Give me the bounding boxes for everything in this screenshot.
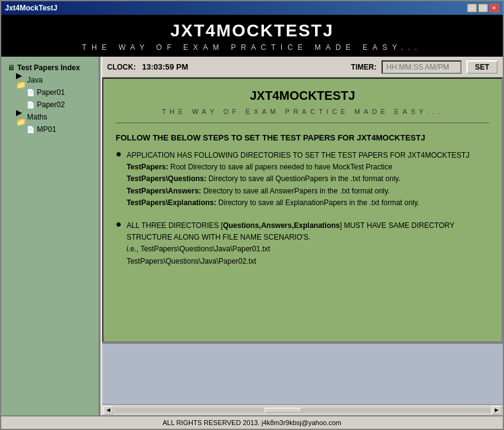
sidebar-item-maths[interactable]: ▶ 📁 Maths xyxy=(14,111,96,123)
sidebar-item-mp01-label: MP01 xyxy=(37,125,56,134)
maximize-button[interactable]: □ xyxy=(478,4,488,12)
java-children: 📄 Paper01 📄 Paper02 xyxy=(14,86,96,111)
sidebar-item-mp01[interactable]: 📄 MP01 xyxy=(23,123,96,136)
content-panel: CLOCK: 13:03:59 PM TIMER: SET JXT4MOCKTE… xyxy=(102,57,503,415)
steps-title: FOLLOW THE BELOW STEPS TO SET THE TEST P… xyxy=(116,133,489,142)
tree-root: 🖥 Test Papers Index ▶ 📁 Java 📄 Paper01 xyxy=(1,59,98,138)
content-divider xyxy=(116,123,489,123)
app-subtitle: THE WAY OF EXAM PRACTICE MADE EASY... xyxy=(1,43,503,52)
sidebar-item-maths-label: Maths xyxy=(27,113,47,121)
content-subtitle: THE WAY OF EXAM PRACTICE MADE EASY... xyxy=(116,108,489,115)
scroll-left-arrow[interactable]: ◀ xyxy=(103,406,113,415)
minimize-button[interactable]: – xyxy=(467,4,477,12)
scroll-right-arrow[interactable]: ▶ xyxy=(492,406,502,415)
folder-icon-java: ▶ 📁 xyxy=(16,75,26,85)
window-title: Jxt4MockTestJ xyxy=(5,4,57,12)
main-area: 🖥 Test Papers Index ▶ 📁 Java 📄 Paper01 xyxy=(1,57,503,415)
root-label: Test Papers Index xyxy=(17,63,80,72)
sidebar-item-paper01-label: Paper01 xyxy=(37,88,65,97)
content-title: JXT4MOCKTESTJ xyxy=(116,89,489,103)
sidebar-item-java[interactable]: ▶ 📁 Java xyxy=(14,74,96,86)
timer-label: TIMER: xyxy=(351,63,376,71)
bullet-dot-2: ● xyxy=(116,219,122,230)
file-icon-paper02: 📄 xyxy=(26,100,36,110)
h-scrollbar: ◀ ▶ xyxy=(102,404,503,415)
content-scroll[interactable]: JXT4MOCKTESTJ THE WAY OF EXAM PRACTICE M… xyxy=(102,78,503,343)
folder-icon-maths: ▶ 📁 xyxy=(16,112,26,122)
app-title: JXT4MOCKTESTJ xyxy=(1,21,503,41)
tree-level-1: ▶ 📁 Java 📄 Paper01 📄 Paper02 xyxy=(4,74,96,136)
bullet-item-2: ● ALL THREE DIRECTORIES [Questions,Answe… xyxy=(116,220,489,267)
set-button[interactable]: SET xyxy=(466,60,498,74)
file-icon-paper01: 📄 xyxy=(26,87,36,97)
app-window: Jxt4MockTestJ – □ ✕ JXT4MOCKTESTJ THE WA… xyxy=(0,0,504,430)
bullet-list: ● APPLICATION HAS FOLLOWING DIRECTORIES … xyxy=(116,150,489,267)
window-controls: – □ ✕ xyxy=(467,4,499,12)
bottom-panel xyxy=(102,343,503,404)
computer-icon: 🖥 xyxy=(6,63,16,73)
bullet-item-1: ● APPLICATION HAS FOLLOWING DIRECTORIES … xyxy=(116,150,489,209)
footer: ALL RIGHTS RESERVED 2013. j4k8m3r9kbsj@y… xyxy=(1,415,503,429)
sidebar-item-java-label: Java xyxy=(27,76,42,84)
bullet-dot-1: ● xyxy=(116,148,122,160)
sidebar-item-paper02-label: Paper02 xyxy=(37,100,65,109)
bullet-content-1: APPLICATION HAS FOLLOWING DIRECTORIES TO… xyxy=(127,150,470,209)
scroll-track xyxy=(114,408,490,413)
clock-value: 13:03:59 PM xyxy=(142,62,188,71)
title-bar: Jxt4MockTestJ – □ ✕ xyxy=(1,1,503,15)
close-button[interactable]: ✕ xyxy=(489,4,499,12)
timer-input[interactable] xyxy=(382,60,462,74)
scroll-thumb[interactable] xyxy=(265,408,302,413)
maths-children: 📄 MP01 xyxy=(14,123,96,136)
content-inner: JXT4MOCKTESTJ THE WAY OF EXAM PRACTICE M… xyxy=(103,79,502,288)
app-header: JXT4MOCKTESTJ THE WAY OF EXAM PRACTICE M… xyxy=(1,15,503,57)
file-icon-mp01: 📄 xyxy=(26,124,36,134)
sidebar: 🖥 Test Papers Index ▶ 📁 Java 📄 Paper01 xyxy=(1,57,100,415)
toolbar: CLOCK: 13:03:59 PM TIMER: SET xyxy=(102,57,503,78)
clock-label: CLOCK: xyxy=(107,63,136,71)
sidebar-item-paper02[interactable]: 📄 Paper02 xyxy=(23,99,96,111)
sidebar-item-paper01[interactable]: 📄 Paper01 xyxy=(23,86,96,99)
bullet-content-2: ALL THREE DIRECTORIES [Questions,Answers… xyxy=(127,220,489,267)
footer-text: ALL RIGHTS RESERVED 2013. j4k8m3r9kbsj@y… xyxy=(162,419,342,426)
